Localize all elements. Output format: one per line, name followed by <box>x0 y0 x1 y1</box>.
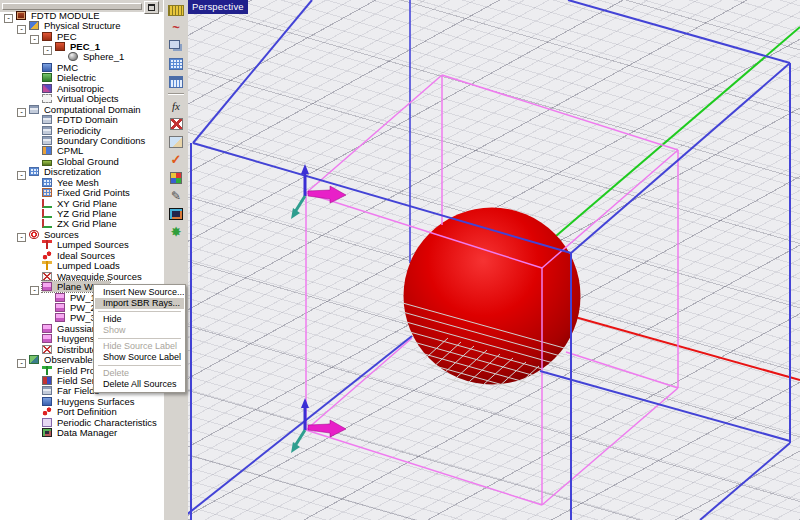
item-body[interactable]: FDTD Domain <box>42 114 120 125</box>
expand-toggle[interactable]: - <box>17 351 29 369</box>
tiles-icon[interactable] <box>168 170 185 186</box>
tree-item-yz-grid-plane[interactable]: YZ Grid Plane <box>0 208 163 218</box>
minus-box-icon[interactable]: - <box>30 286 39 295</box>
item-body[interactable]: Periodic Characteristics <box>42 417 159 428</box>
expand-toggle[interactable]: - <box>17 100 29 118</box>
item-body[interactable]: PW_1 <box>55 292 98 303</box>
green-flower-icon[interactable]: ✸ <box>168 224 185 240</box>
tree-item-fixed-grid-points[interactable]: Fixed Grid Points <box>0 187 163 197</box>
function-fx-icon[interactable]: fx <box>168 98 185 114</box>
expand-toggle[interactable]: - <box>17 163 29 181</box>
tree-item-ideal-sources[interactable]: Ideal Sources <box>0 250 163 260</box>
tree-item-port-definition[interactable]: Port Definition <box>0 407 163 417</box>
tree-item-periodicity[interactable]: Periodicity <box>0 125 163 135</box>
item-body[interactable]: Boundary Conditions <box>42 135 147 146</box>
tree-item-periodic-characteristics[interactable]: Periodic Characteristics <box>0 417 163 427</box>
item-body[interactable]: CPML <box>42 145 85 156</box>
item-body[interactable]: PMC <box>42 62 80 73</box>
tree-item-discretization[interactable]: -Discretization <box>0 167 163 177</box>
item-body[interactable]: Computational Domain <box>29 104 143 115</box>
tree-item-boundary-conditions[interactable]: Boundary Conditions <box>0 135 163 145</box>
menu-separator <box>98 338 181 339</box>
minus-box-icon[interactable]: - <box>17 108 26 117</box>
cascade-windows-icon[interactable] <box>168 38 185 54</box>
item-body[interactable]: Lumped Sources <box>42 239 131 250</box>
minus-box-icon[interactable]: - <box>17 233 26 242</box>
tree-item-pec-1[interactable]: -PEC_1 <box>0 41 163 51</box>
item-body[interactable]: YZ Grid Plane <box>42 208 119 219</box>
tree-item-data-manager[interactable]: Data Manager <box>0 428 163 438</box>
item-body[interactable]: Data Manager <box>42 427 119 438</box>
item-body[interactable]: Virtual Objects <box>42 93 121 104</box>
item-body[interactable]: Port Definition <box>42 406 119 417</box>
grid-table-icon[interactable] <box>168 56 185 72</box>
tree-item-huygens-surfaces[interactable]: Huygens Surfaces <box>0 396 163 406</box>
item-body[interactable]: Fixed Grid Points <box>42 187 132 198</box>
waveform-icon[interactable]: ~ <box>168 20 185 36</box>
minus-box-icon[interactable]: - <box>17 25 26 34</box>
check-icon[interactable]: ✓ <box>168 152 185 168</box>
item-body[interactable]: Lumped Loads <box>42 260 122 271</box>
data-manager-icon <box>42 428 52 437</box>
tree-item-lumped-loads[interactable]: Lumped Loads <box>0 261 163 271</box>
menu-item-hide[interactable]: Hide <box>95 314 184 325</box>
sphere-object[interactable] <box>404 208 581 385</box>
item-body[interactable]: Ideal Sources <box>42 250 117 261</box>
item-body[interactable]: Dielectric <box>42 72 98 83</box>
minus-box-icon[interactable]: - <box>43 46 52 55</box>
tree-item-sphere-1[interactable]: Sphere_1 <box>0 52 163 62</box>
tree-item-computational-domain[interactable]: -Computational Domain <box>0 104 163 114</box>
minus-box-icon[interactable]: - <box>4 14 13 23</box>
item-body[interactable]: Physical Structure <box>29 20 123 31</box>
item-body[interactable]: Waveguide Sources <box>42 271 144 282</box>
scene-canvas[interactable] <box>188 0 800 520</box>
delete-x-icon[interactable] <box>168 116 185 132</box>
3d-viewport[interactable]: Perspective <box>188 0 800 520</box>
image-icon[interactable] <box>168 134 185 150</box>
item-body[interactable]: XY Grid Plane <box>42 198 119 209</box>
item-body[interactable]: Periodicity <box>42 125 103 136</box>
tree-item-anisotropic[interactable]: Anisotropic <box>0 83 163 93</box>
tree-item-sources[interactable]: -Sources <box>0 229 163 239</box>
item-body[interactable]: Sphere_1 <box>68 51 126 62</box>
green-flower-icon-glyph: ✸ <box>171 224 181 240</box>
tree-item-waveguide-sources[interactable]: Waveguide Sources <box>0 271 163 281</box>
item-body[interactable]: Discretization <box>29 166 103 177</box>
tree-item-label: Sources <box>42 229 81 240</box>
tree-item-xy-grid-plane[interactable]: XY Grid Plane <box>0 198 163 208</box>
item-body[interactable]: Observables <box>29 354 99 365</box>
grid-table-header-icon[interactable] <box>168 74 185 90</box>
tree-item-pmc[interactable]: PMC <box>0 62 163 72</box>
menu-item-delete: Delete <box>95 368 184 379</box>
expand-toggle[interactable]: - <box>17 225 29 243</box>
menu-item-delete-all-sources[interactable]: Delete All Sources <box>95 379 184 390</box>
expand-toggle[interactable]: - <box>4 6 16 24</box>
item-body[interactable]: Anisotropic <box>42 83 106 94</box>
menu-item-show-source-label[interactable]: Show Source Label <box>95 352 184 363</box>
expand-toggle[interactable]: - <box>17 17 29 35</box>
minus-box-icon[interactable]: - <box>17 359 26 368</box>
item-body[interactable]: Huygens Surfaces <box>42 396 137 407</box>
menu-item-insert-new-source[interactable]: Insert New Source... <box>95 287 184 298</box>
minus-box-icon[interactable]: - <box>30 35 39 44</box>
expand-toggle[interactable]: - <box>30 278 42 296</box>
item-body[interactable]: Sources <box>29 229 81 240</box>
sources-context-menu: Insert New Source...Import SBR Rays...Hi… <box>93 284 186 393</box>
item-body[interactable]: PW_3 <box>55 312 98 323</box>
expand-toggle[interactable]: - <box>30 27 42 45</box>
edit-page-icon[interactable]: ✎ <box>168 188 185 204</box>
thumbnail-icon[interactable] <box>168 206 185 222</box>
dielectric-icon <box>42 73 52 82</box>
minus-box-icon[interactable]: - <box>17 171 26 180</box>
measure-icon[interactable] <box>168 2 185 18</box>
item-body[interactable]: Yee Mesh <box>42 177 101 188</box>
item-body[interactable]: PEC_1 <box>55 41 102 52</box>
menu-item-import-sbr-rays[interactable]: Import SBR Rays... <box>95 298 184 309</box>
item-body[interactable]: Global Ground <box>42 156 121 167</box>
tree-item-dielectric[interactable]: Dielectric <box>0 73 163 83</box>
tree-item-cpml[interactable]: CPML <box>0 146 163 156</box>
tree-item-physical-structure[interactable]: -Physical Structure <box>0 20 163 30</box>
expand-toggle[interactable]: - <box>43 38 55 56</box>
item-body[interactable]: ZX Grid Plane <box>42 218 119 229</box>
item-body[interactable]: PW_2 <box>55 302 98 313</box>
